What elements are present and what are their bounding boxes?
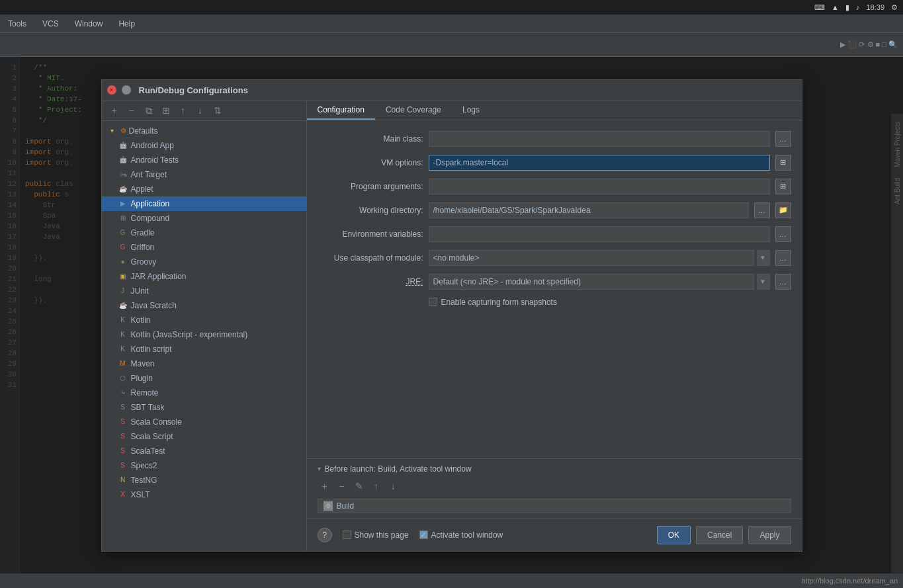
classpath-settings-button[interactable]: … <box>775 250 791 266</box>
tree-junit[interactable]: J JUnit <box>102 284 306 298</box>
jre-settings-button[interactable]: … <box>775 274 791 290</box>
tree-application[interactable]: ▶ Application <box>102 196 306 211</box>
activate-tool-window-item: ✓ Activate tool window <box>419 530 503 540</box>
vm-options-expand-button[interactable]: ⊞ <box>775 155 791 171</box>
tree-gradle[interactable]: G Gradle <box>102 226 306 240</box>
tree-specs2[interactable]: S Specs2 <box>102 458 306 473</box>
tree-applet[interactable]: ☕ Applet <box>102 182 306 196</box>
tree-maven[interactable]: M Maven <box>102 357 306 371</box>
sort-button[interactable]: ⇅ <box>210 103 225 118</box>
form-snapshots-checkbox[interactable] <box>429 298 437 306</box>
env-vars-browse-button[interactable]: … <box>775 226 791 242</box>
main-class-input[interactable] <box>429 131 770 147</box>
tree-jar-application[interactable]: ▣ JAR Application <box>102 269 306 284</box>
move-up-button[interactable]: ↑ <box>176 103 191 118</box>
main-class-browse-button[interactable]: … <box>775 131 791 147</box>
apply-button[interactable]: Apply <box>748 526 791 544</box>
tree-kotlin-script[interactable]: K Kotlin script <box>102 342 306 357</box>
dialog-close-button[interactable]: × <box>107 85 116 95</box>
classpath-select[interactable]: <no module> <box>429 250 754 266</box>
testng-icon: N <box>118 475 128 485</box>
footer-left: ? Show this page ✓ Activate tool window <box>318 528 503 542</box>
tree-griffon[interactable]: G Griffon <box>102 240 306 255</box>
tree-groovy[interactable]: ● Groovy <box>102 255 306 269</box>
applet-icon: ☕ <box>118 184 128 194</box>
program-args-input[interactable] <box>429 179 770 194</box>
tree-remote[interactable]: ⤷ Remote <box>102 386 306 400</box>
group-config-button[interactable]: ⊞ <box>159 103 173 118</box>
tree-scala-script[interactable]: S Scala Script <box>102 429 306 444</box>
working-dir-dots-button[interactable]: … <box>754 202 770 218</box>
tree-ant-target[interactable]: 🐜 Ant Target <box>102 167 306 182</box>
tree-java-scratch[interactable]: ☕ Java Scratch <box>102 298 306 313</box>
add-config-button[interactable]: + <box>107 103 122 118</box>
tree-sbt[interactable]: S SBT Task <box>102 400 306 415</box>
tab-configuration[interactable]: Configuration <box>307 101 375 120</box>
junit-icon: J <box>118 286 128 296</box>
settings-icon: ⚙ <box>891 3 898 12</box>
working-dir-folder-button[interactable]: 📁 <box>775 202 791 218</box>
maven-icon: M <box>118 358 128 369</box>
scala-console-icon: S <box>118 417 128 427</box>
tree-xslt[interactable]: X XSLT <box>102 487 306 502</box>
bl-remove-button[interactable]: − <box>335 479 349 493</box>
jre-label: JRE: <box>318 277 423 286</box>
vm-options-row: VM options: ⊞ <box>318 155 791 171</box>
menu-window[interactable]: Window <box>72 18 106 30</box>
tree-android-tests[interactable]: 🤖 Android Tests <box>102 153 306 167</box>
menu-tools[interactable]: Tools <box>5 18 29 30</box>
env-vars-label: Environment variables: <box>318 230 423 239</box>
ok-button[interactable]: OK <box>657 526 691 544</box>
bl-up-button[interactable]: ↑ <box>369 479 384 493</box>
show-this-page-checkbox[interactable] <box>343 530 351 539</box>
tab-code-coverage[interactable]: Code Coverage <box>375 101 452 120</box>
tree-defaults[interactable]: ▾ ⚙ Defaults <box>102 124 306 138</box>
program-args-row: Program arguments: ⊞ <box>318 179 791 194</box>
vm-options-input[interactable] <box>429 155 770 171</box>
bl-edit-button[interactable]: ✎ <box>352 479 366 493</box>
before-launch-toolbar: + − ✎ ↑ ↓ <box>318 479 791 493</box>
move-down-button[interactable]: ↓ <box>193 103 208 118</box>
jre-select[interactable]: Default (<no JRE> - module not specified… <box>429 274 754 290</box>
working-dir-label: Working directory: <box>318 206 423 215</box>
config-tree: ▾ ⚙ Defaults 🤖 Android App 🤖 Android Tes… <box>102 121 306 551</box>
application-icon: ▶ <box>118 198 128 209</box>
menu-vcs[interactable]: VCS <box>40 18 62 30</box>
tree-testng[interactable]: N TestNG <box>102 473 306 487</box>
status-url: http://blog.csdn.net/dream_an <box>801 577 898 585</box>
tab-logs[interactable]: Logs <box>452 101 490 120</box>
env-vars-input[interactable] <box>429 226 770 242</box>
tree-scalatest[interactable]: S ScalaTest <box>102 444 306 458</box>
cancel-button[interactable]: Cancel <box>696 526 743 544</box>
bl-down-button[interactable]: ↓ <box>386 479 401 493</box>
kotlin-js-icon: K <box>118 329 128 340</box>
tree-scala-console[interactable]: S Scala Console <box>102 415 306 429</box>
toolbar-icons: ▶ ⬛ ⟳ ⚙ ■ □ 🔍 <box>840 40 898 49</box>
specs-icon: S <box>118 460 128 471</box>
tree-compound[interactable]: ⊞ Compound <box>102 211 306 226</box>
xslt-icon: X <box>118 489 128 500</box>
working-dir-input[interactable] <box>429 202 749 218</box>
kotlin-script-icon: K <box>118 344 128 355</box>
menu-help[interactable]: Help <box>116 18 138 30</box>
remove-config-button[interactable]: − <box>124 103 139 118</box>
tree-android-app[interactable]: 🤖 Android App <box>102 138 306 153</box>
program-args-expand-button[interactable]: ⊞ <box>775 179 791 194</box>
tree-plugin[interactable]: ⬡ Plugin <box>102 371 306 386</box>
dialog-minimize-button[interactable] <box>122 85 131 95</box>
bl-add-button[interactable]: + <box>318 479 332 493</box>
keyboard-icon: ⌨ <box>814 3 825 12</box>
working-dir-row: Working directory: … 📁 <box>318 202 791 218</box>
activate-tool-window-checkbox[interactable]: ✓ <box>419 530 428 539</box>
tree-kotlin[interactable]: K Kotlin <box>102 313 306 327</box>
dialog-title: Run/Debug Configurations <box>139 85 248 95</box>
before-launch-title: Before launch: Build, Activate tool wind… <box>325 464 472 474</box>
copy-config-button[interactable]: ⧉ <box>142 103 156 118</box>
left-panel: + − ⧉ ⊞ ↑ ↓ ⇅ ▾ ⚙ Defaults 🤖 <box>102 101 307 551</box>
program-args-label: Program arguments: <box>318 182 423 191</box>
tree-kotlin-js[interactable]: K Kotlin (JavaScript - experimental) <box>102 327 306 342</box>
config-tabs: Configuration Code Coverage Logs <box>307 101 802 120</box>
help-button[interactable]: ? <box>318 528 332 542</box>
footer-right: OK Cancel Apply <box>657 526 791 544</box>
form-snapshots-row: Enable capturing form snapshots <box>318 298 791 307</box>
